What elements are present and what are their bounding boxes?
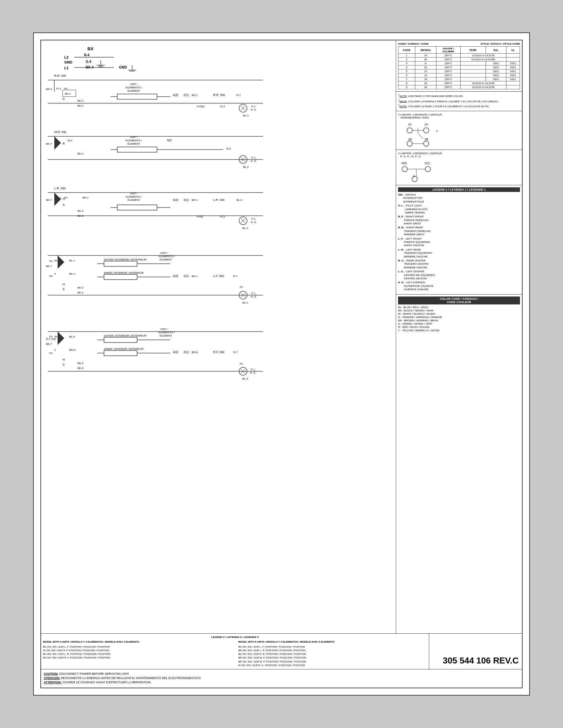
lr-sw-label: L.R. SW. bbox=[54, 187, 66, 190]
caution-label: CAUTION: bbox=[44, 672, 58, 675]
h1-r3: H1 bbox=[64, 196, 68, 199]
legend2-col2-item1: BK ON / EN / SUR L. F. POSITION / POSICI… bbox=[238, 645, 427, 649]
r9-r2: R-9 bbox=[226, 147, 231, 150]
legend2-col1-item3: BK ON / EN / SUR L. R. POSITION / POSICI… bbox=[43, 652, 232, 656]
hs-r4: H. S. bbox=[251, 295, 257, 298]
lr-sw-right: L.R. SW. bbox=[213, 198, 225, 202]
bk2-r1a: BK-2 bbox=[77, 99, 83, 102]
limiter2-svg: 4(3) 2(1) 3 bbox=[398, 159, 458, 182]
legend-title: LEGEND 1 / LEYENDA 1 / LEGENDE 1 bbox=[398, 187, 520, 192]
main-content: BX L2 R-4 GND G-4 bbox=[41, 40, 522, 633]
th-temp: TEMP. bbox=[460, 47, 486, 54]
inner-r5: INNER / INTERIOR / INTERIEUR bbox=[104, 347, 144, 350]
top-labels: BX L2 R-4 GND G-4 bbox=[44, 44, 393, 70]
hs-r2: H. S. bbox=[251, 159, 257, 162]
svg-rect-36 bbox=[104, 261, 137, 266]
s-r5: S bbox=[63, 363, 65, 366]
legend2-col2-item6: W ON / EN / SUR R. C. POSITION / POSICIO… bbox=[238, 663, 427, 667]
unit-r2: UNIT / bbox=[130, 136, 138, 139]
doc-number: 305 544 106 REV.C bbox=[429, 634, 522, 669]
elemento-r5: ELEMENTO / bbox=[159, 331, 175, 334]
bl8-r5: BL-8 bbox=[69, 335, 75, 338]
num2-label: 2 bbox=[436, 129, 438, 133]
circle-1b bbox=[407, 141, 412, 146]
4b-r5: 4b bbox=[54, 335, 57, 338]
rr-sw-right-r1: R.R. SW. bbox=[213, 93, 225, 97]
page: BX L2 R-4 GND G-4 bbox=[33, 32, 530, 696]
r7-r5: R-7 bbox=[233, 351, 237, 354]
lf-abbr: L. F. bbox=[398, 237, 403, 240]
bk1-r4: BK-1 bbox=[69, 272, 75, 275]
legend2-columns: MODEL WITH 4 UNITS / MODOLO Y 4 ELEMENTO… bbox=[43, 640, 427, 667]
color-o: O - ORANGE / NARANJA / ORANGE bbox=[398, 316, 520, 319]
bl1-r4: BL-1 bbox=[69, 259, 75, 262]
hs-abbr: H. S. bbox=[398, 281, 404, 284]
hs-r3: H. S. bbox=[251, 221, 257, 224]
caution-text2: DESCONECTE LA ENERGIA ANTES DE REALIZAR … bbox=[61, 676, 201, 680]
rf-sw-right: R.F. SW. bbox=[213, 350, 225, 354]
legend-rf: R. F. - RIGHT FRONT FRENTE DERECHO AVANT… bbox=[398, 215, 520, 225]
caution-text3: COUPER LE COURANT AVANT D'EFFECTUER LA R… bbox=[62, 681, 151, 684]
legend-rr: R. R. - RIGHT REAR TRASERO DERECHO ARRIE… bbox=[398, 226, 520, 236]
legend2-col2: MODEL WITH 5 UNITS / MODOLO Y 5 ELEMENTO… bbox=[238, 640, 427, 667]
unit-r3: UNIT / bbox=[130, 192, 138, 195]
h-r4: H bbox=[63, 283, 65, 286]
outer-r5: OUTER / EXTERIOR / EXTERIEUR bbox=[104, 334, 146, 337]
bl2-r2: BL-2 bbox=[243, 165, 249, 168]
doc-number-text: 305 544 106 REV.C bbox=[443, 656, 519, 666]
circle-43 bbox=[402, 166, 407, 172]
bk7-r3: BK-7 bbox=[46, 199, 52, 202]
bk2-r2: BK-2 bbox=[77, 152, 83, 155]
hq2-r1: 4-HQ2 bbox=[197, 105, 205, 108]
note-en: †NOTE: USE PAGE 2 FOR GAGE AND WIRE COLO… bbox=[398, 94, 520, 98]
circle-21 bbox=[425, 166, 431, 172]
elemento-r3: ELEMENTO / bbox=[126, 195, 142, 198]
svg-rect-29 bbox=[117, 205, 157, 210]
table-row: 2 20 200°C UL3122 or UL3135b bbox=[399, 58, 520, 62]
p1-r5: P1 bbox=[240, 362, 243, 365]
color-title: COLOR CODE / CODIGOS /CODE COULEUR bbox=[398, 296, 520, 304]
table-row: 8 16 250°C UL3122 or UL3135 bbox=[399, 81, 520, 85]
4a-r5: 4 bbox=[54, 348, 56, 351]
sw-tri-r4 bbox=[58, 255, 64, 269]
outer-r4: OUTER / EXTERIOR / EXTERIEUR bbox=[104, 258, 146, 261]
2a-label: 2A bbox=[425, 123, 428, 126]
br8-right-r5: BR-8 bbox=[192, 351, 198, 354]
l2-r3: 5-L2 bbox=[220, 215, 225, 218]
legend2-col1-item1: BK ON / EN / SUR L. F. POSITION / POSICI… bbox=[43, 645, 232, 649]
sw-val-r1: BK-1 bbox=[65, 92, 71, 95]
legend2-col2-header: MODEL WITH 5 UNITS / MODOLO Y 5 ELEMENTO… bbox=[238, 640, 427, 644]
svg-rect-46 bbox=[104, 337, 137, 342]
caution-line3: ATTENTION: COUPER LE COURANT AVANT D'EFF… bbox=[44, 681, 519, 684]
pl-abbr: P. L. bbox=[398, 204, 403, 207]
h1-r1: H1 bbox=[64, 87, 68, 90]
hq-r3: 4-HQ bbox=[197, 215, 203, 218]
4a-r4: 4 bbox=[54, 272, 56, 275]
pl-r2: P. L. bbox=[251, 156, 256, 159]
svg-rect-22 bbox=[117, 147, 157, 152]
table-row: 7 16 150°C 3321 3321 bbox=[399, 77, 520, 81]
p1-r4: P1 bbox=[240, 286, 243, 289]
21-r1: 2(1) bbox=[183, 93, 189, 97]
sw-abbr: SW. bbox=[398, 193, 403, 196]
legend2-col2-item2: BR ON / EN / SUR L. R. POSITION / POSICI… bbox=[238, 649, 427, 652]
bk2-r4a: BK-2 bbox=[77, 286, 83, 289]
bl2-r3: BL-2 bbox=[242, 227, 248, 230]
table-row: 9 20 250°C UL3122 or UL3135 bbox=[399, 85, 520, 89]
4b-r4: 4b bbox=[54, 259, 57, 262]
43-r4: 4(3) bbox=[173, 274, 178, 278]
info-panel: CODE / CODIGO / CODE STYLE / ESTILO / ST… bbox=[396, 40, 522, 633]
sw-triangle-r2 bbox=[54, 136, 61, 150]
color-g: G - GREEN / VERDE / VERT bbox=[398, 322, 520, 325]
notes-section: †NOTE: USE PAGE 2 FOR GAGE AND WIRE COLO… bbox=[396, 92, 522, 111]
21-r4: 2(1) bbox=[183, 274, 189, 278]
p1-r3: P-1 bbox=[251, 217, 256, 220]
legend2-col1-item2: W ON / EN / SUR R. F. POSITION / POSICIO… bbox=[43, 649, 232, 652]
21-r3: 2(1) bbox=[183, 198, 189, 202]
bk7-r5: BK-7 bbox=[46, 342, 52, 345]
th-code: CODE bbox=[399, 47, 415, 54]
s-r4: S bbox=[63, 288, 65, 291]
p1-r1: P-1 bbox=[251, 105, 256, 108]
nc-label: N/C bbox=[167, 139, 172, 142]
bk2-r1b: BK-2 bbox=[77, 104, 83, 107]
